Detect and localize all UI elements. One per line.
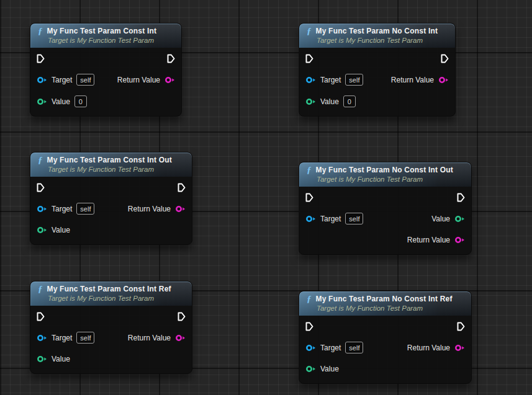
exec-output-pin[interactable] bbox=[178, 183, 186, 192]
return-value-output-pin[interactable]: Return Value bbox=[117, 76, 175, 84]
exec-pin-icon[interactable] bbox=[178, 183, 186, 192]
ret-pin-icon[interactable] bbox=[175, 334, 186, 342]
int-pin-icon[interactable] bbox=[37, 98, 47, 105]
node-body: TargetselfReturn ValueValue bbox=[299, 316, 471, 383]
blueprint-graph-canvas[interactable]: ƒMy Func Test Param Const IntTarget is M… bbox=[0, 0, 532, 395]
target-input-pin[interactable]: Targetself bbox=[37, 74, 94, 86]
node-header[interactable]: ƒMy Func Test Param No Const Int OutTarg… bbox=[299, 162, 471, 187]
return-value-output-pin[interactable]: Return Value bbox=[128, 334, 186, 342]
pin-row: Value0 bbox=[30, 95, 181, 107]
exec-input-pin[interactable] bbox=[37, 183, 45, 192]
node-body: TargetselfValueReturn Value bbox=[299, 187, 471, 254]
target-default-value-field[interactable]: self bbox=[76, 332, 94, 344]
node-subtitle: Target is My Function Test Param bbox=[317, 304, 465, 312]
exec-output-pin[interactable] bbox=[441, 54, 449, 63]
int-pin-icon[interactable] bbox=[305, 98, 316, 105]
target-input-pin[interactable]: Targetself bbox=[305, 74, 363, 86]
exec-output-pin[interactable] bbox=[167, 54, 175, 63]
target-input-pin[interactable]: Targetself bbox=[37, 203, 94, 215]
exec-pin-icon[interactable] bbox=[37, 183, 45, 192]
row-spacer bbox=[185, 359, 186, 360]
value-input-pin[interactable]: Value0 bbox=[305, 95, 356, 107]
object-pin-icon[interactable] bbox=[305, 215, 316, 223]
target-default-value-field[interactable]: self bbox=[76, 74, 94, 86]
int-pin-icon[interactable] bbox=[37, 355, 47, 363]
exec-input-pin[interactable] bbox=[305, 193, 313, 202]
blueprint-node-my-func-test-param-no-const-int-out[interactable]: ƒMy Func Test Param No Const Int OutTarg… bbox=[299, 162, 472, 255]
target-input-pin[interactable]: Targetself bbox=[305, 342, 363, 353]
node-header[interactable]: ƒMy Func Test Param Const Int OutTarget … bbox=[30, 153, 192, 177]
object-pin-icon[interactable] bbox=[37, 76, 47, 84]
value-output-pin[interactable]: Value bbox=[431, 215, 465, 223]
value-input-pin[interactable]: Value bbox=[305, 365, 339, 373]
function-icon: ƒ bbox=[307, 295, 312, 303]
exec-pin-icon[interactable] bbox=[305, 54, 313, 63]
target-default-value-field[interactable]: self bbox=[345, 213, 363, 224]
target-default-value-field[interactable]: self bbox=[76, 203, 94, 215]
function-icon: ƒ bbox=[38, 156, 43, 164]
exec-pin-icon[interactable] bbox=[167, 54, 175, 63]
node-subtitle: Target is My Function Test Param bbox=[317, 37, 449, 44]
exec-pin-icon[interactable] bbox=[305, 322, 313, 331]
ret-pin-icon[interactable] bbox=[454, 236, 465, 244]
exec-input-pin[interactable] bbox=[37, 54, 45, 63]
pin-row bbox=[30, 311, 192, 322]
target-input-pin[interactable]: Targetself bbox=[305, 213, 363, 224]
pin-row: TargetselfReturn Value bbox=[299, 74, 455, 86]
node-header[interactable]: ƒMy Func Test Param No Const IntTarget i… bbox=[299, 24, 455, 48]
exec-output-pin[interactable] bbox=[457, 322, 465, 331]
node-header[interactable]: ƒMy Func Test Param Const IntTarget is M… bbox=[30, 24, 181, 48]
exec-pin-icon[interactable] bbox=[37, 312, 45, 321]
ret-pin-icon[interactable] bbox=[438, 76, 449, 84]
object-pin-icon[interactable] bbox=[305, 76, 316, 84]
node-body: TargetselfReturn ValueValue0 bbox=[30, 48, 181, 116]
blueprint-node-my-func-test-param-const-int[interactable]: ƒMy Func Test Param Const IntTarget is M… bbox=[30, 23, 182, 117]
int-pin-icon[interactable] bbox=[305, 365, 316, 373]
value-input-pin[interactable]: Value0 bbox=[37, 95, 87, 107]
exec-pin-icon[interactable] bbox=[457, 193, 465, 202]
blueprint-node-my-func-test-param-const-int-out[interactable]: ƒMy Func Test Param Const Int OutTarget … bbox=[30, 152, 192, 245]
blueprint-node-my-func-test-param-no-const-int-ref[interactable]: ƒMy Func Test Param No Const Int RefTarg… bbox=[299, 291, 472, 384]
node-header[interactable]: ƒMy Func Test Param No Const Int RefTarg… bbox=[299, 291, 471, 316]
node-subtitle: Target is My Function Test Param bbox=[48, 295, 186, 302]
return-value-output-pin[interactable]: Return Value bbox=[128, 205, 186, 213]
target-default-value-field[interactable]: self bbox=[345, 342, 363, 353]
return-value-output-pin[interactable]: Return Value bbox=[391, 76, 449, 84]
exec-pin-icon[interactable] bbox=[178, 312, 186, 321]
blueprint-node-my-func-test-param-const-int-ref[interactable]: ƒMy Func Test Param Const Int RefTarget … bbox=[30, 281, 192, 374]
value-input-pin[interactable]: Value bbox=[37, 226, 70, 234]
exec-input-pin[interactable] bbox=[305, 322, 313, 331]
ret-pin-icon[interactable] bbox=[454, 344, 465, 352]
exec-pin-icon[interactable] bbox=[457, 322, 465, 331]
object-pin-icon[interactable] bbox=[305, 344, 316, 352]
pin-row bbox=[299, 192, 471, 203]
ret-pin-icon[interactable] bbox=[175, 205, 186, 213]
exec-pin-icon[interactable] bbox=[305, 193, 313, 202]
return-value-output-pin[interactable]: Return Value bbox=[407, 236, 465, 244]
blueprint-node-my-func-test-param-no-const-int[interactable]: ƒMy Func Test Param No Const IntTarget i… bbox=[299, 23, 456, 117]
object-pin-icon[interactable] bbox=[37, 334, 47, 342]
int-pin-icon[interactable] bbox=[37, 226, 47, 234]
pin-label: Target bbox=[320, 344, 341, 352]
int-pin-icon[interactable] bbox=[454, 215, 465, 223]
pin-row: Value bbox=[299, 363, 471, 375]
pin-label: Value bbox=[52, 97, 70, 106]
node-subtitle: Target is My Function Test Param bbox=[317, 175, 465, 183]
object-pin-icon[interactable] bbox=[37, 205, 47, 213]
target-input-pin[interactable]: Targetself bbox=[37, 332, 94, 344]
exec-pin-icon[interactable] bbox=[441, 54, 449, 63]
value-input-pin[interactable]: Value bbox=[37, 355, 70, 363]
return-value-output-pin[interactable]: Return Value bbox=[407, 344, 465, 352]
exec-input-pin[interactable] bbox=[37, 312, 45, 321]
exec-output-pin[interactable] bbox=[457, 193, 465, 202]
exec-input-pin[interactable] bbox=[305, 54, 313, 63]
target-default-value-field[interactable]: self bbox=[345, 74, 363, 86]
value-default-value-field[interactable]: 0 bbox=[343, 95, 356, 107]
pin-label: Target bbox=[320, 76, 341, 84]
value-default-value-field[interactable]: 0 bbox=[74, 95, 87, 107]
exec-output-pin[interactable] bbox=[178, 312, 186, 321]
node-header[interactable]: ƒMy Func Test Param Const Int RefTarget … bbox=[30, 282, 192, 306]
ret-pin-icon[interactable] bbox=[165, 76, 175, 84]
exec-pin-icon[interactable] bbox=[37, 54, 45, 63]
pin-label: Return Value bbox=[128, 205, 171, 213]
